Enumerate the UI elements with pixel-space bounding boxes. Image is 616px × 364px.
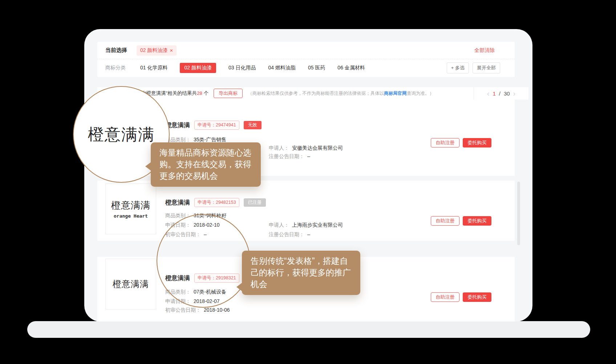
results-header: 当前分类下检索到“橙意满满”相关的结果共28 个 导出商标 （商标检索结果仅供参… <box>97 87 528 100</box>
field-label: 注册公告日期： <box>269 153 304 159</box>
registration-publication-field: 注册公告日期：– <box>269 231 310 238</box>
results-summary-suffix: 个 <box>202 90 208 96</box>
category-tab-06[interactable]: 06 金属材料 <box>337 65 365 71</box>
trademark-image-subtext: orange Heart <box>114 213 148 219</box>
next-page-icon[interactable]: › <box>513 90 516 97</box>
entrust-buy-button[interactable]: 委托购买 <box>463 292 491 302</box>
category-label: 商标分类 <box>105 65 126 71</box>
zoomed-trademark-text: 橙意满满 <box>88 124 155 145</box>
field-value: 2018-10-06 <box>204 307 230 313</box>
total-pages: 30 <box>504 90 510 97</box>
results-disclaimer: （商标检索结果仅供参考，不作为商标能否注册的法律依据；具体以商标局官网查询为准。… <box>248 90 434 97</box>
category-tab-01[interactable]: 01 化学原料 <box>140 65 167 71</box>
selected-filter-tag-text: 02 颜料油漆 <box>140 47 167 54</box>
category-tab-04[interactable]: 04 燃料油脂 <box>268 65 295 71</box>
current-page: 1 <box>493 90 495 97</box>
field-label: 初审公告日期： <box>165 307 201 313</box>
trademark-image: 橙意满满 <box>105 259 156 310</box>
trademark-title-line: 橙意满满 申请号：29474941 无效 <box>165 121 262 130</box>
registration-publication-field: 注册公告日期：– <box>269 153 310 160</box>
field-value: 35类-广告销售 <box>194 137 226 142</box>
disclaimer-text-end: 查询为准。） <box>407 91 434 96</box>
trademark-image-text: 橙意满满 <box>111 199 150 212</box>
export-trademarks-button[interactable]: 导出商标 <box>214 89 243 98</box>
row-actions: 自助注册 委托购买 <box>431 292 491 302</box>
field-value: – <box>307 153 310 159</box>
application-number-badge: 申请号：29474941 <box>194 121 239 130</box>
field-label: 申请人： <box>269 222 289 228</box>
laptop-base <box>27 321 590 338</box>
self-register-button[interactable]: 自助注册 <box>431 216 459 226</box>
entrust-buy-button[interactable]: 委托购买 <box>463 138 491 147</box>
disclaimer-text: （商标检索结果仅供参考，不作为商标能否注册的法律依据；具体以 <box>248 91 384 96</box>
current-selection-label: 当前选择 <box>105 47 127 54</box>
category-row: 商标分类 01 化学原料 02 颜料油漆 03 日化用品 04 燃料油脂 05 … <box>97 59 515 77</box>
status-badge: 已注册 <box>244 198 266 207</box>
magnifier-circle-lower <box>157 214 250 308</box>
trademark-name[interactable]: 橙意满满 <box>165 198 190 207</box>
field-value: – <box>307 231 310 237</box>
selected-filter-tag[interactable]: 02 颜料油漆 × <box>137 45 177 56</box>
application-number: 29482153 <box>216 200 236 205</box>
first-publication-field: 初审公告日期：2018-10-06 <box>165 307 230 314</box>
applicant-field: 申请人：上海雨步实业有限公司 <box>269 222 343 228</box>
field-value: 安徽美达会展有限公司 <box>292 145 343 151</box>
entrust-buy-button[interactable]: 委托购买 <box>463 216 491 226</box>
tooltip-promotion: 告别传统“发表格”，搭建自己的标行，获得更多的推广机会 <box>242 251 360 295</box>
tooltip-trade-resources: 海量精品商标资源随心选购。支持在线交易，获得更多的交易机会 <box>151 142 261 187</box>
category-tab-05[interactable]: 05 医药 <box>308 65 325 71</box>
pagination: ‹ 1 / 30 › <box>474 87 528 100</box>
self-register-button[interactable]: 自助注册 <box>431 138 459 147</box>
field-label: 注册公告日期： <box>269 231 304 237</box>
row-actions: 自助注册 委托购买 <box>431 138 491 147</box>
category-tab-03[interactable]: 03 日化用品 <box>228 65 256 71</box>
row-actions: 自助注册 委托购买 <box>431 216 491 226</box>
application-number-label: 申请号： <box>198 200 216 205</box>
page: 当前选择 02 颜料油漆 × 全部清除 商标分类 01 化学原料 02 颜料油漆… <box>0 0 616 364</box>
expand-all-button[interactable]: 展开全部 <box>473 62 500 73</box>
prev-page-icon[interactable]: ‹ <box>487 90 490 97</box>
self-register-button[interactable]: 自助注册 <box>431 292 459 302</box>
trademark-title-line: 橙意满满 申请号：29482153 已注册 <box>165 198 266 207</box>
trademark-office-link[interactable]: 商标局官网 <box>384 91 407 96</box>
trademark-image-text: 橙意满满 <box>113 278 149 290</box>
results-count: 28 <box>197 90 202 96</box>
category-tab-02-active[interactable]: 02 颜料油漆 <box>180 63 216 73</box>
current-selection-row: 当前选择 02 颜料油漆 × 全部清除 <box>97 42 515 59</box>
remove-tag-icon[interactable]: × <box>170 48 173 53</box>
field-value: 上海雨步实业有限公司 <box>292 222 343 228</box>
application-number: 29474941 <box>216 122 236 128</box>
page-scrollbar[interactable] <box>517 182 520 245</box>
status-badge: 无效 <box>244 121 262 129</box>
multi-select-button[interactable]: + 多选 <box>447 62 469 73</box>
trademark-image: 橙意满满 orange Heart <box>105 183 156 234</box>
filter-panel: 当前选择 02 颜料油漆 × 全部清除 商标分类 01 化学原料 02 颜料油漆… <box>97 42 515 77</box>
page-separator: / <box>499 90 500 97</box>
applicant-field: 申请人：安徽美达会展有限公司 <box>269 145 343 151</box>
category-tabs: 01 化学原料 02 颜料油漆 03 日化用品 04 燃料油脂 05 医药 06… <box>140 63 365 73</box>
clear-all-link[interactable]: 全部清除 <box>474 47 495 54</box>
category-actions: + 多选 展开全部 <box>447 62 500 73</box>
application-number-badge: 申请号：29482153 <box>194 198 239 207</box>
application-number-label: 申请号： <box>198 122 216 128</box>
table-row: 橙意满满 orange Heart 橙意满满 申请号：29482153 已注册 … <box>97 181 515 241</box>
field-label: 申请人： <box>269 145 289 151</box>
